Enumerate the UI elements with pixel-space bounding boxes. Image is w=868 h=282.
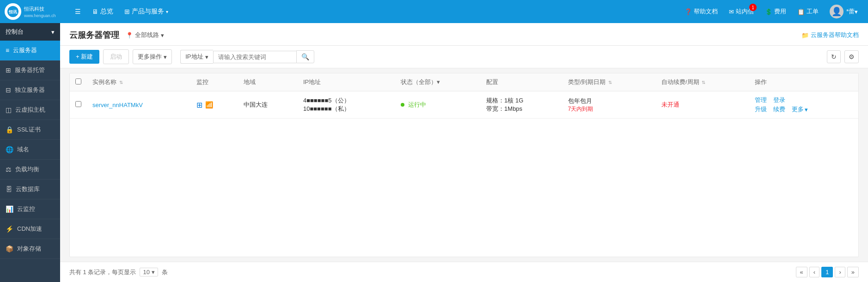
nav-hamburger[interactable]: ☰ <box>69 0 86 23</box>
avatar: 👤 <box>830 5 844 18</box>
nav-overview[interactable]: 🖥 总览 <box>86 0 119 23</box>
nav-user[interactable]: 👤 *蕾 ▾ <box>824 0 863 23</box>
monitor-cell: ⊞ 📶 <box>191 91 238 119</box>
help-icon: ❓ <box>685 8 692 15</box>
search-button[interactable]: 🔍 <box>296 50 314 63</box>
sidebar-item-cloud-server[interactable]: ≡ 云服务器 <box>0 41 60 60</box>
more-dropdown[interactable]: 更多▾ <box>792 105 808 114</box>
sidebar-item-load-balance[interactable]: ⚖ 负载均衡 <box>0 160 60 180</box>
storage-icon: 📦 <box>6 245 13 252</box>
start-button[interactable]: 启动 <box>103 49 129 64</box>
sidebar-item-virtual-host[interactable]: ◫ 云虚拟主机 <box>0 100 60 120</box>
mail-icon: ✉ <box>729 8 734 15</box>
more-chevron-icon: ▾ <box>805 106 808 113</box>
expire-warning: 7天内到期 <box>568 105 650 113</box>
lb-icon: ⚖ <box>6 166 12 173</box>
help-docs-link[interactable]: 📁 云服务器帮助文档 <box>801 31 859 39</box>
page-title: 云服务器管理 <box>69 30 119 41</box>
search-type-select[interactable]: IP地址 ▾ <box>180 50 213 64</box>
windows-icon: ⊞ <box>196 101 202 109</box>
upgrade-link[interactable]: 升级 <box>755 105 767 114</box>
sort-icon-renew[interactable]: ⇅ <box>702 80 705 85</box>
sidebar-item-database[interactable]: 🗄 云数据库 <box>0 180 60 199</box>
manage-link[interactable]: 管理 <box>755 96 767 104</box>
sidebar: 控制台 ▾ ≡ 云服务器 ⊞ 服务器托管 ⊟ 独立服务器 ◫ 云虚拟主机 🔒 S… <box>0 23 60 282</box>
location-chevron-icon: ▾ <box>161 32 164 39</box>
new-button[interactable]: + 新建 <box>69 50 99 64</box>
search-type-chevron: ▾ <box>205 54 208 60</box>
col-monitor: 监控 <box>191 73 238 91</box>
login-link[interactable]: 登录 <box>773 96 785 104</box>
sidebar-item-server-hosting[interactable]: ⊞ 服务器托管 <box>0 60 60 80</box>
search-icon: 🔍 <box>301 53 309 60</box>
server-table: 实例名称 ⇅ 监控 地域 IP地址 状态（全部）▾ 配置 类型/到期日期 ⇅ 自… <box>70 73 858 119</box>
region-cell: 中国大连 <box>238 91 298 119</box>
content-header: 云服务器管理 📍 全部线路 ▾ 📁 云服务器帮助文档 <box>60 23 868 46</box>
server-table-container: 实例名称 ⇅ 监控 地域 IP地址 状态（全部）▾ 配置 类型/到期日期 ⇅ 自… <box>69 73 859 257</box>
row-checkbox[interactable] <box>75 101 81 107</box>
action-cell: 管理 登录 升级 续费 更多▾ <box>749 91 858 119</box>
folder-icon: 📁 <box>801 32 809 39</box>
sidebar-item-cdn[interactable]: ⚡ CDN加速 <box>0 219 60 239</box>
toolbar: + 新建 启动 更多操作 ▾ IP地址 ▾ 🔍 ↻ <box>60 46 868 68</box>
pagination: « ‹ 1 › » <box>796 267 859 277</box>
cdn-icon: ⚡ <box>6 225 13 233</box>
col-name: 实例名称 ⇅ <box>87 73 191 91</box>
ssl-icon: 🔒 <box>6 126 13 133</box>
nav-workorder[interactable]: 📋 工单 <box>792 0 824 23</box>
db-icon: 🗄 <box>6 186 12 193</box>
col-ip: IP地址 <box>298 73 395 91</box>
first-page-btn[interactable]: « <box>796 267 807 277</box>
last-page-btn[interactable]: » <box>847 267 859 277</box>
sort-icon-type[interactable]: ⇅ <box>608 80 612 85</box>
renew-link[interactable]: 续费 <box>773 105 785 114</box>
col-config: 配置 <box>481 73 562 91</box>
nav-products[interactable]: ⊞ 产品与服务 ▾ <box>119 0 174 23</box>
col-renew: 自动续费/周期 ⇅ <box>656 73 749 91</box>
sidebar-item-domain[interactable]: 🌐 域名 <box>0 140 60 160</box>
top-nav-right: ❓ 帮助文档 ✉ 站内信 1 💲 费用 📋 工单 👤 *蕾 ▾ <box>679 0 863 23</box>
nav-billing[interactable]: 💲 费用 <box>759 0 792 23</box>
location-filter[interactable]: 📍 全部线路 ▾ <box>126 31 164 39</box>
sidebar-item-monitor[interactable]: 📊 云监控 <box>0 199 60 219</box>
grid-icon: ⊞ <box>124 8 130 15</box>
more-actions-dropdown[interactable]: 更多操作 ▾ <box>133 49 172 64</box>
logo[interactable]: 恒讯 恒讯科技www.henguan.ch <box>5 3 60 20</box>
sidebar-chevron-icon: ▾ <box>51 29 55 36</box>
per-page-select[interactable]: 10 ▾ <box>140 268 158 276</box>
col-region: 地域 <box>238 73 298 91</box>
status-label: 运行中 <box>408 101 426 108</box>
user-chevron-icon: ▾ <box>855 8 858 15</box>
settings-button[interactable]: ⚙ <box>844 50 859 63</box>
nav-help[interactable]: ❓ 帮助文档 <box>679 0 723 23</box>
sidebar-item-dedicated-server[interactable]: ⊟ 独立服务器 <box>0 80 60 100</box>
col-actions: 操作 <box>749 73 858 91</box>
next-page-btn[interactable]: › <box>835 267 845 277</box>
nav-inbox[interactable]: ✉ 站内信 1 <box>723 0 759 23</box>
status-chevron-icon: ▾ <box>437 78 440 85</box>
inbox-badge: 1 <box>749 4 757 11</box>
table-footer: 共有 1 条记录，每页显示 10 ▾ 条 « ‹ 1 › » <box>60 262 868 282</box>
table-row: server_nnHATMkV ⊞ 📶 中国大连 4■■■■■■5（公） 10■… <box>70 91 858 119</box>
prev-page-btn[interactable]: ‹ <box>809 267 819 277</box>
col-type: 类型/到期日期 ⇅ <box>562 73 656 91</box>
logo-icon: 恒讯 <box>5 3 21 20</box>
sidebar-item-object-storage[interactable]: 📦 对象存储 <box>0 239 60 259</box>
sort-icon-name[interactable]: ⇅ <box>119 80 123 85</box>
sidebar-item-ssl[interactable]: 🔒 SSL证书 <box>0 120 60 140</box>
billing-icon: 💲 <box>765 8 772 15</box>
refresh-button[interactable]: ↻ <box>827 50 841 63</box>
virtual-icon: ◫ <box>6 106 12 114</box>
top-navigation: 恒讯 恒讯科技www.henguan.ch ☰ 🖥 总览 ⊞ 产品与服务 ▾ ❓… <box>0 0 868 23</box>
sidebar-header[interactable]: 控制台 ▾ <box>0 23 60 41</box>
search-input[interactable] <box>213 51 296 63</box>
workorder-icon: 📋 <box>797 8 805 15</box>
search-group: IP地址 ▾ 🔍 <box>180 50 314 64</box>
col-status[interactable]: 状态（全部）▾ <box>395 73 481 91</box>
svg-text:恒讯: 恒讯 <box>8 10 18 14</box>
monitor-cloud-icon: 📊 <box>6 205 13 213</box>
page-1-btn[interactable]: 1 <box>821 267 833 277</box>
server-name-link[interactable]: server_nnHATMkV <box>92 102 143 108</box>
select-all-checkbox[interactable] <box>75 78 81 84</box>
dedicated-icon: ⊟ <box>6 86 11 94</box>
